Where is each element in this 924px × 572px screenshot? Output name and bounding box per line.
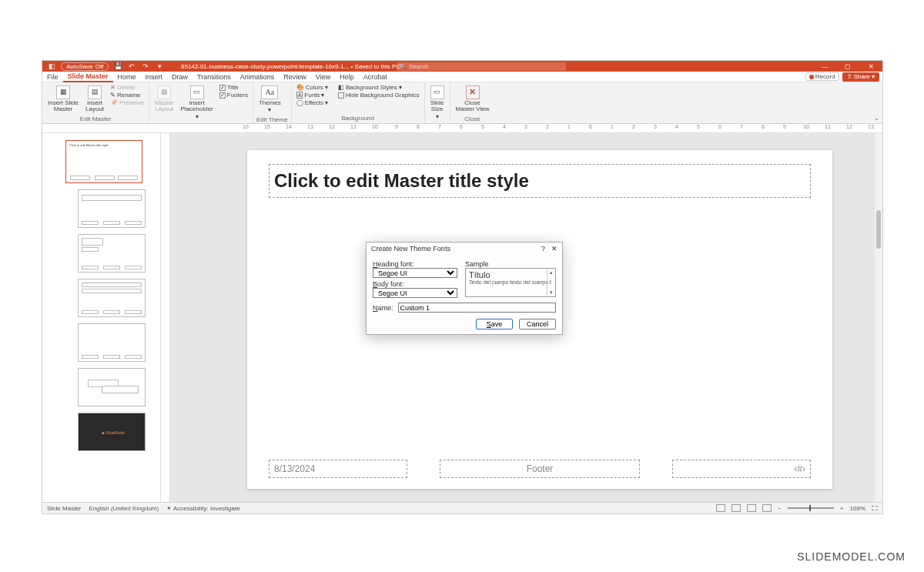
tab-acrobat[interactable]: Acrobat	[359, 72, 392, 82]
maximize-button[interactable]: ▢	[836, 61, 859, 72]
tab-home[interactable]: Home	[113, 72, 141, 82]
themes-icon: Aa	[261, 85, 278, 99]
tab-file[interactable]: File	[42, 72, 63, 82]
insert-placeholder-button[interactable]: ▭Insert Placeholder▾	[179, 84, 216, 122]
sample-heading: Título	[469, 270, 552, 279]
background-styles-button[interactable]: ◧Background Styles ▾	[336, 84, 421, 91]
tab-insert[interactable]: Insert	[141, 72, 168, 82]
master-layout-button: ▦Master Layout	[152, 84, 176, 115]
insert-layout-button[interactable]: ▤Insert Layout	[83, 84, 106, 115]
sample-preview: Título Texto del cuerpo texto del cuerpo…	[465, 268, 556, 297]
status-accessibility[interactable]: ✶ Accessibility: Investigate	[166, 505, 239, 512]
normal-view-icon[interactable]	[716, 504, 725, 512]
slide-size-button[interactable]: ▭Slide Size▾	[428, 84, 447, 122]
undo-icon[interactable]: ↶	[127, 62, 136, 71]
insert-slide-master-button[interactable]: ▦Insert Slide Master	[45, 84, 81, 115]
footers-checkbox[interactable]: Footers	[218, 92, 249, 99]
share-button[interactable]: ⇧Share▾	[842, 72, 879, 82]
search-icon: 🔍	[399, 63, 407, 70]
date-placeholder[interactable]: 8/13/2024	[269, 460, 407, 478]
status-view[interactable]: Slide Master	[47, 505, 81, 512]
status-language[interactable]: English (United Kingdom)	[89, 505, 159, 512]
sample-scroll-up[interactable]: ▴	[550, 269, 553, 276]
cancel-button[interactable]: Cancel	[519, 319, 556, 329]
dialog-title-bar[interactable]: Create New Theme Fonts ? ✕	[367, 243, 562, 255]
slide-thumbnails-panel[interactable]: Click to edit Master title style	[42, 133, 161, 502]
close-icon: ✕	[466, 85, 480, 99]
slide-size-icon: ▭	[430, 85, 444, 99]
name-label: Name:	[373, 304, 393, 312]
layout-thumbnail[interactable]	[78, 234, 146, 273]
layout-thumbnail[interactable]	[78, 189, 146, 228]
heading-font-select[interactable]: Segoe UI	[373, 268, 457, 278]
layout-thumbnail[interactable]: ◆ SlideModel	[78, 413, 146, 451]
effects-button[interactable]: ◯Effects ▾	[295, 99, 330, 106]
tab-view[interactable]: View	[311, 72, 335, 82]
master-title-placeholder[interactable]: Click to edit Master title style	[269, 164, 811, 198]
close-window-button[interactable]: ✕	[859, 61, 882, 72]
footer-placeholder[interactable]: Footer	[440, 460, 640, 478]
slideshow-view-icon[interactable]	[762, 504, 772, 512]
search-placeholder: Search	[409, 63, 428, 70]
minimize-button[interactable]: ―	[813, 61, 836, 72]
close-master-view-button[interactable]: ✕Close Master View	[454, 84, 492, 115]
delete-icon: ✖	[110, 84, 116, 91]
master-thumbnail[interactable]: Click to edit Master title style	[65, 140, 142, 183]
group-label: Edit Master	[45, 115, 146, 122]
layout-thumbnail[interactable]	[78, 323, 146, 362]
tab-slide-master[interactable]: Slide Master	[63, 72, 113, 82]
title-bar: ◧ AutoSave Off 💾 ↶ ↷ ▾ 85142-01-business…	[42, 61, 882, 72]
fonts-button[interactable]: AFonts ▾	[295, 92, 330, 99]
group-label: Edit Theme	[256, 115, 288, 123]
zoom-out-button[interactable]: −	[778, 505, 782, 512]
slide-number-placeholder[interactable]: ‹#›	[672, 460, 811, 478]
hide-background-checkbox[interactable]: Hide Background Graphics	[336, 92, 421, 99]
group-size: ▭Slide Size▾ Size	[425, 82, 450, 123]
zoom-level[interactable]: 108%	[850, 505, 865, 512]
master-layout-icon: ▦	[157, 85, 171, 99]
tab-draw[interactable]: Draw	[167, 72, 192, 82]
layout-thumbnail[interactable]	[78, 368, 146, 406]
watermark: SLIDEMODEL.COM	[797, 550, 906, 563]
group-edit-master: ▦Insert Slide Master ▤Insert Layout ✖Del…	[42, 82, 149, 123]
body-font-label: Body font:	[373, 280, 457, 288]
record-button[interactable]: Record	[805, 72, 839, 81]
powerpoint-window: ◧ AutoSave Off 💾 ↶ ↷ ▾ 85142-01-business…	[42, 60, 883, 514]
sorter-view-icon[interactable]	[732, 504, 741, 512]
colors-button[interactable]: 🎨Colors ▾	[295, 84, 330, 91]
autosave-label: AutoSave	[66, 63, 93, 70]
vertical-scrollbar[interactable]	[875, 133, 882, 502]
group-label: Background	[295, 114, 421, 122]
rename-button[interactable]: ✎Rename	[109, 92, 146, 99]
zoom-in-button[interactable]: +	[840, 505, 844, 512]
reading-view-icon[interactable]	[747, 504, 756, 512]
theme-name-input[interactable]	[398, 303, 556, 313]
status-bar: Slide Master English (United Kingdom) ✶ …	[42, 502, 882, 513]
zoom-slider[interactable]	[788, 507, 834, 509]
redo-icon[interactable]: ↷	[141, 62, 150, 71]
dialog-help-button[interactable]: ?	[541, 245, 545, 253]
body-font-select[interactable]: Segoe UI	[373, 288, 457, 298]
fit-to-window-icon[interactable]: ⛶	[872, 505, 878, 512]
sample-scroll-down[interactable]: ▾	[550, 289, 553, 296]
delete-button: ✖Delete	[109, 84, 146, 91]
title-checkbox[interactable]: Title	[218, 84, 249, 91]
search-box[interactable]: 🔍 Search	[397, 62, 566, 71]
dialog-close-button[interactable]: ✕	[551, 245, 557, 253]
autosave-toggle[interactable]: AutoSave Off	[61, 62, 109, 71]
collapse-ribbon-icon[interactable]: ⌄	[874, 115, 879, 122]
tab-transitions[interactable]: Transitions	[192, 72, 236, 82]
document-title[interactable]: 85142-01-business-case-study-powerpoint-…	[181, 63, 400, 70]
qat-dropdown-icon[interactable]: ▾	[155, 62, 164, 71]
save-button[interactable]: Save	[476, 319, 513, 329]
save-icon[interactable]: 💾	[113, 62, 122, 71]
fonts-icon: A	[296, 92, 303, 99]
themes-button[interactable]: AaThemes▾	[256, 84, 283, 115]
sample-body: Texto del cuerpo texto del cuerpo t	[469, 279, 552, 285]
tab-help[interactable]: Help	[335, 72, 359, 82]
tab-animations[interactable]: Animations	[236, 72, 280, 82]
tab-review[interactable]: Review	[279, 72, 311, 82]
heading-font-label: Heading font:	[373, 260, 457, 268]
group-background: 🎨Colors ▾ AFonts ▾ ◯Effects ▾ ◧Backgroun…	[292, 82, 425, 123]
layout-thumbnail[interactable]	[78, 279, 146, 317]
